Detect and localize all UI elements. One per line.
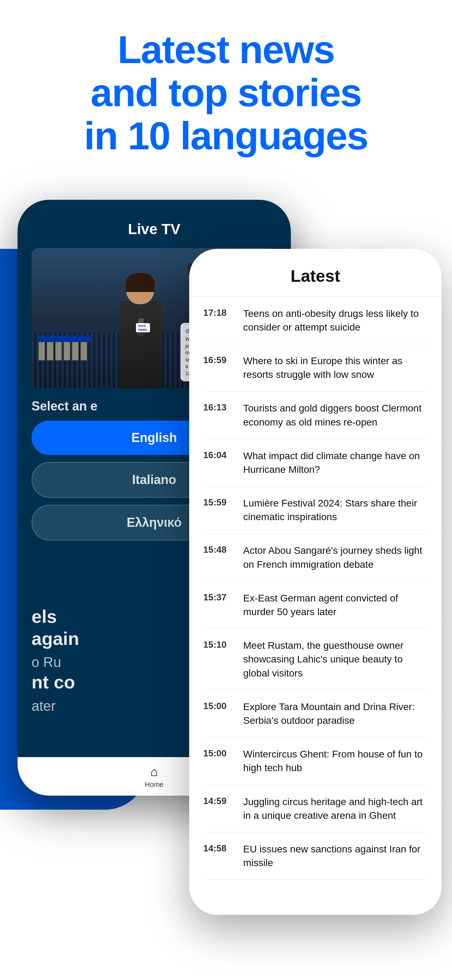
home-icon: ⌂ (150, 764, 158, 779)
news-list-item[interactable]: 17:18 Teens on anti-obesity drugs less l… (203, 297, 428, 344)
news-headline: What impact did climate change have on H… (243, 449, 428, 476)
news-headline: Teens on anti-obesity drugs less likely … (243, 307, 428, 334)
reporter-head (126, 273, 154, 304)
nav-item-home[interactable]: ⌂ Home (131, 764, 177, 789)
news-headline: Actor Abou Sangaré's journey sheds light… (243, 544, 428, 571)
news-list-item[interactable]: 15:37 Ex-East German agent convicted of … (203, 581, 428, 629)
news-time: 16:04 (203, 449, 235, 461)
news-time: 14:58 (203, 842, 235, 854)
news-headline: Where to ski in Europe this winter as re… (243, 354, 428, 381)
flag-stick (64, 336, 70, 360)
hero-section: Latest news and top stories in 10 langua… (0, 0, 452, 179)
reporter-body (119, 301, 161, 388)
flag-stick (56, 336, 62, 360)
news-list-item[interactable]: 15:59 Lumière Festival 2024: Stars share… (203, 487, 428, 534)
news-time: 17:18 (203, 307, 235, 318)
reporter-figure: euronews. (105, 266, 175, 388)
reporter-hair (126, 273, 154, 292)
latest-title: Latest (290, 267, 340, 285)
news-time: 14:59 (203, 795, 235, 807)
latest-header: Latest (189, 249, 441, 297)
news-list-item[interactable]: 15:48 Actor Abou Sangaré's journey sheds… (203, 534, 428, 581)
news-headline: Explore Tara Mountain and Drina River: S… (243, 700, 428, 727)
news-list-item[interactable]: 14:59 Juggling circus heritage and high-… (203, 785, 428, 832)
news-time: 15:59 (203, 496, 235, 508)
hero-title-line1: Latest news (118, 28, 334, 72)
news-headline: Ex-East German agent convicted of murder… (243, 591, 428, 619)
news-list-item[interactable]: 15:00 Explore Tara Mountain and Drina Ri… (203, 690, 428, 737)
news-headline: Juggling circus heritage and high-tech a… (243, 795, 428, 822)
nav-home-label: Home (145, 781, 163, 789)
bg-text-line1: els (32, 606, 179, 627)
live-tv-header: Live TV (32, 221, 277, 238)
news-time: 15:00 (203, 747, 235, 759)
bg-text-line3: nt co (32, 671, 179, 693)
flag-stick (72, 336, 78, 360)
news-list-item[interactable]: 15:10 Meet Rustam, the guesthouse owner … (203, 629, 428, 690)
news-headline: EU issues new sanctions against Iran for… (243, 842, 428, 870)
bg-text-line2: again (32, 628, 179, 649)
news-list-item[interactable]: 14:58 EU issues new sanctions against Ir… (203, 832, 428, 880)
hero-title: Latest news and top stories in 10 langua… (21, 28, 431, 158)
phone-area: Live TV (0, 179, 452, 950)
news-time: 15:37 (203, 591, 235, 603)
hero-title-line2: and top stories (91, 71, 361, 115)
euronews-mic-logo: euronews. (136, 323, 150, 332)
news-time: 16:59 (203, 354, 235, 366)
flag-stick (81, 336, 87, 360)
bg-text-sub2: ater (32, 697, 179, 715)
news-list-item[interactable]: 16:04 What impact did climate change hav… (203, 439, 428, 487)
bg-text-sub1: o Ru (32, 653, 179, 671)
news-time: 15:00 (203, 700, 235, 711)
news-time: 15:10 (203, 639, 235, 650)
phone-latest: Latest 17:18 Teens on anti-obesity drugs… (189, 249, 441, 915)
news-headline: Lumière Festival 2024: Stars share their… (243, 496, 428, 523)
news-headline: Meet Rustam, the guesthouse owner showca… (243, 639, 428, 680)
news-headline: Tourists and gold diggers boost Clermont… (243, 401, 428, 429)
eu-flag (81, 336, 91, 342)
news-headline: Wintercircus Ghent: From house of fun to… (243, 747, 428, 775)
news-list: 17:18 Teens on anti-obesity drugs less l… (189, 297, 441, 880)
flag-stick (38, 336, 45, 360)
background-text-overlay: els again o Ru nt co ater (18, 595, 193, 725)
news-list-item[interactable]: 16:59 Where to ski in Europe this winter… (203, 344, 428, 391)
news-list-item[interactable]: 15:00 Wintercircus Ghent: From house of … (203, 737, 428, 785)
flag-stick (47, 336, 53, 360)
news-time: 16:13 (203, 401, 235, 413)
news-list-item[interactable]: 16:13 Tourists and gold diggers boost Cl… (203, 391, 428, 439)
hero-title-line3: in 10 languages (84, 114, 368, 158)
news-time: 15:48 (203, 544, 235, 555)
